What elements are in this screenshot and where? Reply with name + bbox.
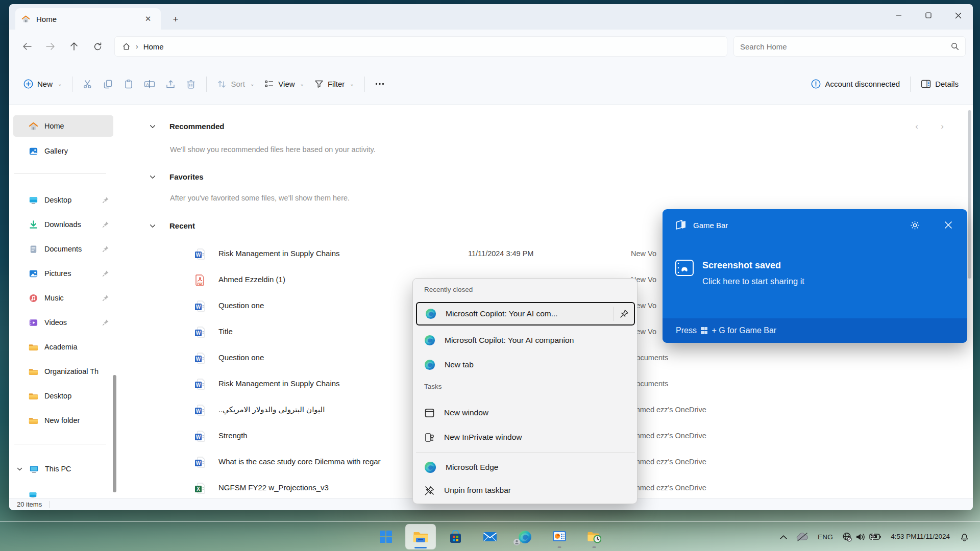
sidebar-item-organizational[interactable]: Organizatioal Th — [13, 361, 113, 382]
back-button[interactable] — [16, 37, 38, 56]
edge-jumplist: Recently closed Microsoft Copilot: Your … — [412, 278, 638, 504]
gamebar-footer: Press + G for Game Bar — [663, 318, 967, 343]
collapse-chevron-icon[interactable] — [149, 173, 156, 181]
sidebar-item-music[interactable]: Music — [13, 287, 113, 309]
taskbar-widgets-app[interactable] — [544, 524, 575, 549]
section-favorites[interactable]: Favorites — [149, 172, 204, 181]
recommended-description: We'll show you recommended files here ba… — [170, 145, 376, 154]
sort-button[interactable]: Sort⌄ — [212, 74, 259, 94]
sidebar-item-this-pc[interactable]: This PC — [13, 458, 113, 480]
maximize-button[interactable] — [914, 4, 943, 27]
sidebar-item-partial[interactable] — [13, 483, 113, 498]
jumplist-item-label: New InPrivate window — [444, 433, 630, 442]
collapse-chevron-icon[interactable] — [149, 123, 156, 130]
gamebar-close-button[interactable] — [941, 217, 956, 233]
breadcrumb-bar[interactable]: › Home — [114, 36, 727, 57]
account-disconnected-button[interactable]: Account disconnected — [806, 74, 905, 94]
carousel-next-icon[interactable]: › — [935, 119, 949, 134]
gamebar-notification[interactable]: Game Bar Screenshot saved Click here to … — [663, 209, 967, 343]
view-button[interactable]: View⌄ — [259, 74, 309, 94]
videos-icon — [29, 318, 38, 328]
rename-button[interactable]: A — [139, 74, 160, 94]
tray-date: 11/11/2024 — [916, 532, 950, 541]
taskbar-mail[interactable] — [475, 524, 505, 549]
copy-button[interactable] — [98, 74, 118, 94]
folder-clock-icon — [587, 530, 601, 543]
paste-button[interactable] — [118, 74, 139, 94]
collapse-chevron-icon[interactable] — [149, 222, 156, 230]
cut-button[interactable] — [78, 74, 98, 94]
gallery-icon — [29, 146, 38, 156]
jumplist-task-inprivate[interactable]: New InPrivate window — [416, 425, 635, 449]
sort-icon — [217, 80, 227, 89]
up-button[interactable] — [63, 37, 85, 56]
tab-close-icon[interactable]: ✕ — [141, 12, 155, 26]
taskbar-folder-history[interactable] — [579, 524, 609, 549]
delete-button[interactable] — [181, 74, 201, 94]
jumplist-item-copilot-2[interactable]: Microsoft Copilot: Your AI companion — [416, 329, 635, 352]
share-button[interactable] — [160, 74, 181, 94]
sidebar-item-documents[interactable]: Documents — [13, 238, 113, 260]
sidebar-item-home[interactable]: Home — [13, 115, 113, 137]
pin-to-list-button[interactable] — [613, 307, 629, 321]
gamebar-title: Game Bar — [693, 221, 728, 230]
tray-notifications[interactable] — [956, 527, 973, 547]
sidebar-item-pictures[interactable]: Pictures — [13, 263, 113, 284]
tray-network-sound-battery[interactable] — [839, 527, 885, 547]
close-button[interactable] — [943, 4, 973, 27]
desktop-icon — [29, 195, 38, 205]
sidebar-item-gallery[interactable]: Gallery — [13, 140, 113, 162]
jumplist-item-copilot-1[interactable]: Microsoft Copilot: Your AI com... — [416, 302, 635, 325]
sidebar-item-desktop[interactable]: Desktop — [13, 189, 113, 211]
taskbar-file-explorer[interactable] — [405, 524, 436, 549]
sidebar-scrollbar[interactable] — [113, 375, 116, 492]
file-location: Ahmed ezz's OneDrive — [631, 432, 706, 440]
folder-icon — [29, 342, 38, 352]
tab-home[interactable]: Home ✕ — [15, 8, 161, 30]
file-name: Risk Management in Supply Chains — [218, 249, 340, 258]
taskbar-microsoft-store[interactable] — [440, 524, 471, 549]
details-label: Details — [935, 80, 959, 88]
content-scrollbar[interactable] — [968, 110, 971, 279]
forward-button[interactable] — [40, 37, 61, 56]
see-more-button[interactable] — [370, 74, 389, 94]
search-box[interactable] — [733, 36, 966, 57]
sidebar-item-label: Gallery — [44, 147, 109, 155]
search-input[interactable] — [740, 42, 951, 51]
refresh-button[interactable] — [87, 37, 108, 56]
breadcrumb[interactable]: Home — [143, 42, 164, 51]
sidebar-item-label: Pictures — [44, 269, 96, 278]
tray-show-hidden-icons[interactable] — [776, 527, 791, 547]
taskbar-edge[interactable] — [509, 524, 540, 549]
details-button[interactable]: Details — [916, 74, 964, 94]
sidebar-item-videos[interactable]: Videos — [13, 312, 113, 333]
jumplist-unpin[interactable]: Unpin from taskbar — [416, 479, 635, 502]
gamebar-subtext[interactable]: Click here to start sharing it — [702, 277, 804, 286]
tray-onedrive[interactable] — [793, 527, 812, 547]
taskbar: ENG — [0, 521, 980, 551]
jumplist-task-new-window[interactable]: New window — [416, 401, 635, 424]
jumplist-app-edge[interactable]: Microsoft Edge — [416, 456, 635, 479]
filter-button[interactable]: Filter⌄ — [309, 74, 359, 94]
breadcrumb-chevron-icon: › — [136, 42, 138, 51]
sidebar-item-new-folder[interactable]: New folder — [13, 410, 113, 431]
tray-clock[interactable]: 4:53 PM 11/11/2024 — [887, 527, 954, 547]
new-button[interactable]: New⌄ — [18, 74, 67, 94]
jumplist-item-new-tab[interactable]: New tab — [416, 353, 635, 377]
gamebar-settings-button[interactable] — [907, 217, 922, 233]
sidebar-item-desktop-folder[interactable]: Desktop — [13, 385, 113, 407]
sidebar-item-label: Academia — [44, 343, 109, 351]
new-tab-button[interactable]: + — [168, 12, 183, 27]
section-recommended[interactable]: Recommended — [149, 122, 225, 131]
volume-icon — [855, 533, 866, 541]
close-icon — [944, 221, 952, 229]
minimize-button[interactable] — [884, 4, 914, 27]
section-recent[interactable]: Recent — [149, 221, 195, 230]
start-button[interactable] — [371, 524, 401, 549]
sidebar-item-downloads[interactable]: Downloads — [13, 214, 113, 235]
sidebar-item-academia[interactable]: Academia — [13, 336, 113, 358]
pin-icon — [102, 196, 109, 204]
carousel-prev-icon[interactable]: ‹ — [910, 119, 924, 134]
pin-icon — [102, 319, 109, 326]
tray-language[interactable]: ENG — [814, 527, 837, 547]
